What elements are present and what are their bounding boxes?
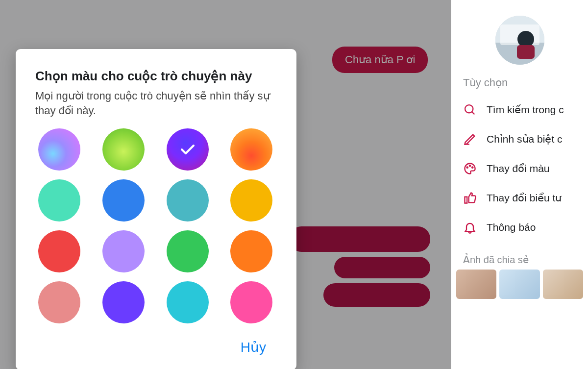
- sidebar-section-title: Tùy chọn: [451, 74, 588, 95]
- svg-point-8: [467, 167, 468, 168]
- color-swatch-lime-green[interactable]: [102, 128, 145, 171]
- color-swatch-mint[interactable]: [38, 179, 80, 221]
- sidebar-item-label: Thay đổi biểu tư: [487, 192, 562, 204]
- shared-photo-thumb[interactable]: [456, 270, 496, 299]
- color-swatch-coral-red[interactable]: [38, 230, 80, 272]
- color-swatch-grid: [35, 128, 277, 323]
- color-swatch-orange[interactable]: [230, 230, 272, 272]
- shared-photo-thumb[interactable]: [543, 270, 583, 299]
- sidebar-item-thumb[interactable]: Thay đổi biểu tư: [451, 183, 588, 213]
- sidebar-item-label: Thông báo: [487, 221, 536, 233]
- color-swatch-sunset-orange[interactable]: [230, 128, 272, 171]
- bell-icon: [463, 221, 477, 234]
- sidebar-item-search[interactable]: Tìm kiếm trong c: [451, 95, 588, 124]
- palette-icon: [463, 162, 477, 175]
- color-swatch-teal[interactable]: [167, 179, 209, 221]
- sidebar-item-palette[interactable]: Thay đổi màu: [451, 154, 588, 183]
- sidebar: Tùy chọn Tìm kiếm trong cChỉnh sửa biệt …: [451, 0, 588, 369]
- cancel-button[interactable]: Hủy: [234, 336, 273, 358]
- color-swatch-cyan[interactable]: [167, 281, 209, 323]
- sidebar-item-label: Chỉnh sửa biệt c: [487, 133, 563, 145]
- thumb-icon: [463, 191, 477, 205]
- svg-rect-4: [517, 45, 535, 59]
- svg-point-5: [465, 105, 473, 113]
- svg-point-9: [469, 165, 470, 166]
- color-picker-modal: Chọn màu cho cuộc trò chuyện này Mọi ngư…: [16, 49, 296, 369]
- svg-line-6: [472, 112, 474, 114]
- color-swatch-violet-magenta[interactable]: [167, 128, 209, 171]
- shared-photos: [451, 270, 588, 299]
- color-swatch-rose[interactable]: [38, 281, 80, 323]
- shared-photos-title: Ảnh đã chia sẻ: [451, 242, 588, 270]
- search-icon: [463, 103, 477, 117]
- svg-point-3: [517, 31, 534, 48]
- sidebar-item-label: Thay đổi màu: [487, 163, 550, 174]
- sidebar-item-bell[interactable]: Thông báo: [451, 213, 588, 242]
- color-swatch-lavender[interactable]: [102, 230, 145, 272]
- sidebar-item-pencil[interactable]: Chỉnh sửa biệt c: [451, 124, 588, 154]
- svg-point-10: [472, 167, 473, 168]
- color-swatch-aurora-purple[interactable]: [38, 128, 80, 171]
- avatar[interactable]: [495, 16, 544, 65]
- color-swatch-blue[interactable]: [102, 179, 145, 221]
- color-swatch-amber[interactable]: [230, 179, 272, 221]
- color-swatch-green[interactable]: [167, 230, 209, 272]
- sidebar-item-label: Tìm kiếm trong c: [487, 104, 564, 116]
- pencil-icon: [463, 132, 477, 146]
- avatar-wrap: [451, 0, 588, 74]
- modal-subtitle: Mọi người trong cuộc trò chuyện sẽ nhìn …: [35, 89, 277, 118]
- color-swatch-pink[interactable]: [230, 281, 272, 323]
- modal-title: Chọn màu cho cuộc trò chuyện này: [35, 69, 277, 84]
- color-swatch-indigo[interactable]: [102, 281, 145, 323]
- shared-photo-thumb[interactable]: [499, 270, 539, 299]
